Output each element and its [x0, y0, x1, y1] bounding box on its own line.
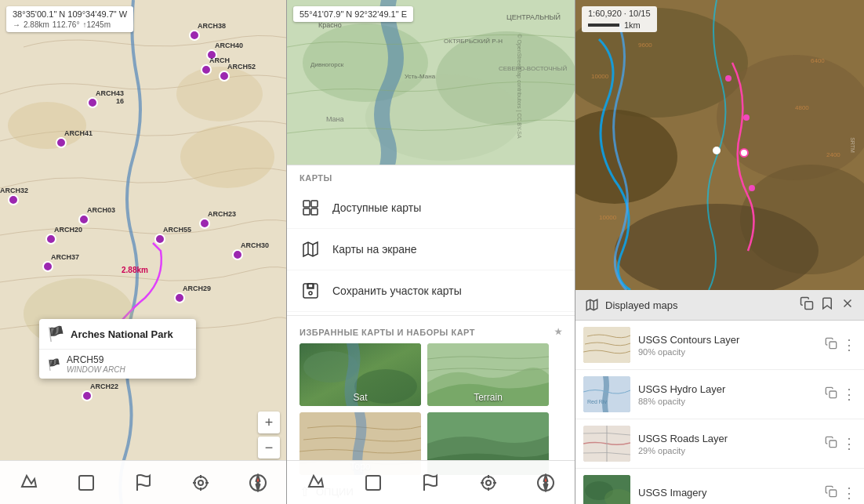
layer-item-hydro[interactable]: Red Riv USGS Hydro Layer 88% opacity ⋮ [575, 370, 864, 419]
svg-point-9 [198, 480, 203, 485]
layer-copy-hydro[interactable] [825, 386, 837, 402]
layer-item-imagery[interactable]: USGS Imagery ⋮ [575, 469, 864, 504]
svg-point-38 [309, 292, 312, 295]
toolbar-map-button-2[interactable] [300, 467, 332, 499]
popup-flag-icon: 🏴 [47, 325, 64, 343]
layer-more-imagery[interactable]: ⋮ [842, 486, 856, 500]
layer-actions-hydro: ⋮ [825, 386, 856, 402]
svg-text:ЦЕНТРАЛЬНЫЙ: ЦЕНТРАЛЬНЫЙ [506, 13, 561, 21]
displayed-maps-label: Карты на экране [332, 243, 417, 256]
watermark-3: SRTM [851, 137, 856, 153]
marker-ARCH32[interactable] [8, 194, 19, 205]
svg-text:ОКТЯБРЬСКИЙ Р-Н: ОКТЯБРЬСКИЙ Р-Н [444, 38, 503, 45]
marker-ARCH30[interactable] [232, 249, 243, 260]
toolbar-compass-button-2[interactable] [530, 467, 561, 499]
svg-rect-36 [303, 284, 318, 298]
marker-ARCH41[interactable] [56, 137, 67, 148]
layer-copy-contours[interactable] [825, 337, 837, 353]
toolbar-map-button-1[interactable] [13, 467, 45, 499]
marker-ARCH23[interactable] [199, 218, 210, 229]
svg-rect-30 [311, 201, 318, 207]
thumbnail-sat[interactable]: Sat [299, 343, 421, 406]
marker-ARCH38[interactable] [189, 30, 200, 41]
layers-bookmark-button[interactable] [820, 296, 834, 314]
layer-item-roads[interactable]: USGS Roads Layer 29% opacity ⋮ [575, 419, 864, 469]
zoom-plus-button[interactable]: + [258, 412, 280, 433]
marker-ARCH03[interactable] [78, 214, 89, 225]
favorites-grid: Sat Terrain [299, 343, 562, 475]
layer-more-contours[interactable]: ⋮ [842, 338, 856, 352]
layer-thumb-imagery [583, 475, 630, 504]
layer-info-roads: USGS Roads Layer 29% opacity [638, 433, 817, 455]
marker-ARCH[interactable] [201, 64, 212, 75]
marker-label-ARCH22: ARCH22 [90, 383, 118, 390]
svg-text:2400: 2400 [826, 151, 840, 158]
toolbar-gps-button-1[interactable] [185, 467, 216, 499]
marker-label-ARCH40: ARCH40 [215, 42, 243, 49]
marker-ARCH37[interactable] [42, 261, 53, 272]
marker-ARCH29[interactable] [174, 292, 185, 303]
svg-text:Red Riv: Red Riv [587, 399, 607, 404]
marker-ARCH43[interactable] [87, 97, 98, 108]
popup-row[interactable]: 🏴 ARCH59 WINDOW ARCH [39, 350, 196, 379]
marker-label-ARCH32: ARCH32 [0, 187, 28, 194]
svg-point-72 [743, 114, 750, 121]
svg-rect-29 [303, 201, 310, 207]
toolbar-tracks-button-2[interactable] [358, 467, 389, 499]
coordinate-bar-1: 38°35'00.1" N 109°34'49.7" W → 2.88km 11… [6, 6, 133, 32]
svg-text:Дивногорск: Дивногорск [310, 61, 344, 68]
layer-more-hydro[interactable]: ⋮ [842, 387, 856, 401]
nav-info-1: → 2.88km 112.76° ↑1245m [13, 20, 127, 29]
menu-item-displayed-maps[interactable]: Карты на экране [287, 229, 575, 270]
coordinate-bar-2: 55°41'07.9" N 92°32'49.1" E [293, 6, 413, 22]
favorites-section: ИЗБРАННЫЕ КАРТЫ И НАБОРЫ КАРТ ★ [287, 319, 575, 475]
zoom-minus-button[interactable]: − [258, 437, 280, 459]
popup-card[interactable]: 🏴 Arches National Park 🏴 ARCH59 WINDOW A… [39, 319, 196, 379]
svg-point-2 [180, 125, 274, 188]
toolbar-waypoints-button-2[interactable] [415, 467, 446, 499]
marker-label-ARCH43: ARCH43 [96, 89, 124, 97]
map-background-2: Красно ЦЕНТРАЛЬНЫЙ ОКТЯБРЬСКИЙ Р-Н Дивно… [287, 0, 575, 172]
marker-ARCH55[interactable] [154, 234, 165, 245]
layers-title: Displayed maps [585, 298, 678, 312]
marker-label-ARCH52: ARCH52 [227, 63, 256, 71]
map-background-1: 2.88km [0, 0, 286, 504]
layer-item-contours[interactable]: USGS Contours Layer 90% opacity ⋮ [575, 321, 864, 370]
toolbar-1 [0, 460, 286, 504]
marker-ARCH52[interactable] [219, 71, 230, 82]
marker-label-ARCH20: ARCH20 [54, 226, 82, 234]
marker-label-ARCH23: ARCH23 [208, 210, 236, 218]
toolbar-gps-button-2[interactable] [473, 467, 504, 499]
marker-label-ARCH30: ARCH30 [241, 241, 269, 249]
thumbnail-terrain[interactable]: Terrain [427, 343, 549, 406]
scale-km: 1km [624, 20, 641, 30]
popup-header: 🏴 Arches National Park [39, 319, 196, 350]
coordinates-text-1: 38°35'00.1" N 109°34'49.7" W [13, 9, 127, 19]
nav-arrow: → [13, 20, 20, 29]
svg-marker-17 [256, 483, 260, 491]
layers-header: Displayed maps [575, 290, 864, 321]
layer-actions-contours: ⋮ [825, 337, 856, 353]
layer-copy-roads[interactable] [825, 436, 837, 451]
svg-rect-47 [366, 476, 380, 490]
svg-text:Красно: Красно [318, 21, 342, 29]
svg-rect-7 [79, 476, 93, 490]
toolbar-waypoints-button-1[interactable] [128, 467, 159, 499]
panel-map-arches: 2.88km 38°35'00.1" N 109°34'49.7" W → 2.… [0, 0, 286, 504]
toolbar-compass-button-1[interactable] [242, 467, 274, 499]
layers-copy-button[interactable] [800, 296, 814, 314]
menu-item-available-maps[interactable]: Доступные карты [287, 187, 575, 229]
layer-copy-imagery[interactable] [825, 485, 837, 501]
marker-label-ARCH37: ARCH37 [51, 253, 79, 261]
marker-label-ARCH55: ARCH55 [163, 226, 191, 234]
layers-close-button[interactable] [840, 296, 855, 314]
watermark-2: © OpenStreetMap contributors | CC BY-SA [517, 34, 522, 138]
marker-ARCH22[interactable] [82, 390, 93, 401]
toolbar-tracks-button-1[interactable] [71, 467, 102, 499]
svg-marker-6 [22, 476, 36, 487]
layer-more-roads[interactable]: ⋮ [842, 437, 856, 451]
menu-item-save-map[interactable]: Сохранить участок карты [287, 270, 575, 312]
svg-point-50 [482, 477, 495, 489]
marker-ARCH20[interactable] [45, 234, 56, 245]
svg-point-74 [713, 147, 721, 154]
